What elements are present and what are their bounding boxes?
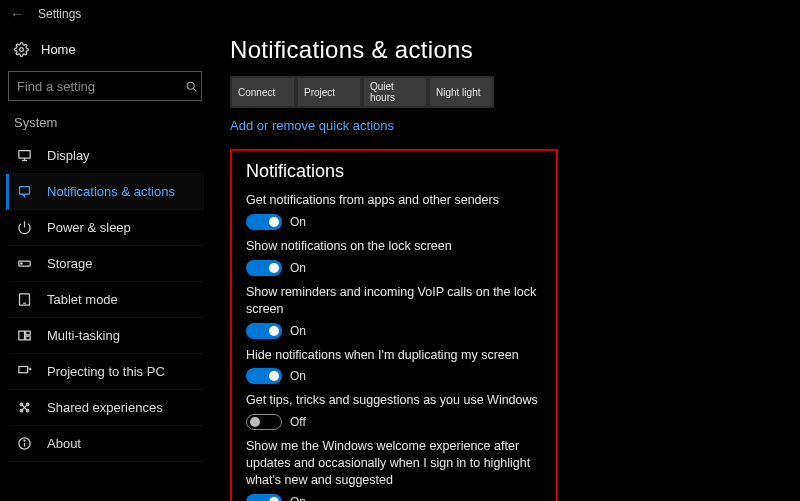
svg-point-9 (21, 263, 22, 264)
section-title: Notifications (246, 161, 542, 182)
app-title: Settings (38, 7, 81, 21)
svg-rect-12 (19, 331, 25, 340)
qa-project[interactable]: Project (298, 78, 360, 106)
setting-label: Show notifications on the lock screen (246, 238, 542, 255)
quick-actions-link[interactable]: Add or remove quick actions (230, 118, 394, 133)
toggle-state: On (290, 369, 306, 383)
setting-welcome: Show me the Windows welcome experience a… (246, 438, 542, 501)
setting-label: Show me the Windows welcome experience a… (246, 438, 542, 489)
storage-icon (17, 256, 33, 271)
setting-duplicating: Hide notifications when I'm duplicating … (246, 347, 542, 385)
setting-label: Get notifications from apps and other se… (246, 192, 542, 209)
main-content: Notifications & actions Connect Project … (210, 28, 800, 501)
nav-tablet[interactable]: Tablet mode (6, 282, 204, 318)
toggle-state: Off (290, 415, 306, 429)
info-icon (17, 436, 33, 451)
nav-label: Tablet mode (47, 292, 118, 307)
svg-point-0 (20, 48, 24, 52)
toggle-welcome[interactable] (246, 494, 282, 501)
setting-label: Show reminders and incoming VoIP calls o… (246, 284, 542, 318)
home-label: Home (41, 42, 76, 57)
setting-label: Hide notifications when I'm duplicating … (246, 347, 542, 364)
toggle-state: On (290, 215, 306, 229)
nav-label: Display (47, 148, 90, 163)
toggle-apps-senders[interactable] (246, 214, 282, 230)
nav-label: Power & sleep (47, 220, 131, 235)
titlebar: ← Settings (0, 0, 800, 28)
svg-point-22 (24, 440, 25, 441)
search-icon (185, 80, 198, 93)
tablet-icon (17, 292, 33, 307)
toggle-state: On (290, 324, 306, 338)
nav-shared[interactable]: Shared experiences (6, 390, 204, 426)
nav-display[interactable]: Display (6, 138, 204, 174)
qa-night-light[interactable]: Night light (430, 78, 492, 106)
toggle-duplicating[interactable] (246, 368, 282, 384)
nav-label: Storage (47, 256, 93, 271)
page-title: Notifications & actions (230, 36, 780, 64)
project-icon (17, 364, 33, 379)
nav-label: Shared experiences (47, 400, 163, 415)
sidebar: Home System Display Notifications & acti… (0, 28, 210, 501)
qa-quiet-hours[interactable]: Quiet hours (364, 78, 426, 106)
nav-about[interactable]: About (6, 426, 204, 462)
nav-storage[interactable]: Storage (6, 246, 204, 282)
setting-apps-senders: Get notifications from apps and other se… (246, 192, 542, 230)
group-label: System (6, 115, 204, 138)
nav-label: Multi-tasking (47, 328, 120, 343)
nav-label: Projecting to this PC (47, 364, 165, 379)
nav-multitasking[interactable]: Multi-tasking (6, 318, 204, 354)
svg-rect-3 (19, 151, 30, 159)
svg-rect-6 (20, 187, 30, 195)
monitor-icon (17, 148, 33, 163)
setting-reminders-voip: Show reminders and incoming VoIP calls o… (246, 284, 542, 339)
gear-icon (14, 42, 29, 57)
nav-notifications[interactable]: Notifications & actions (6, 174, 204, 210)
nav-label: Notifications & actions (47, 184, 175, 199)
share-icon (17, 400, 33, 415)
notification-icon (17, 184, 33, 199)
qa-connect[interactable]: Connect (232, 78, 294, 106)
svg-rect-13 (26, 331, 30, 335)
nav-power[interactable]: Power & sleep (6, 210, 204, 246)
svg-rect-14 (26, 336, 30, 340)
toggle-reminders-voip[interactable] (246, 323, 282, 339)
svg-rect-15 (19, 367, 28, 373)
back-icon[interactable]: ← (10, 6, 24, 22)
power-icon (17, 220, 33, 235)
quick-actions-bar: Connect Project Quiet hours Night light (230, 76, 494, 108)
toggle-state: On (290, 495, 306, 501)
toggle-tips[interactable] (246, 414, 282, 430)
nav-projecting[interactable]: Projecting to this PC (6, 354, 204, 390)
setting-lockscreen: Show notifications on the lock screen On (246, 238, 542, 276)
nav-label: About (47, 436, 81, 451)
svg-point-1 (187, 82, 194, 89)
toggle-state: On (290, 261, 306, 275)
multitask-icon (17, 328, 33, 343)
toggle-lockscreen[interactable] (246, 260, 282, 276)
home-button[interactable]: Home (6, 36, 204, 67)
search-field[interactable] (17, 79, 185, 94)
svg-line-2 (193, 88, 196, 91)
setting-tips: Get tips, tricks and suggestions as you … (246, 392, 542, 430)
search-input[interactable] (8, 71, 202, 101)
notifications-section: Notifications Get notifications from app… (230, 149, 558, 501)
setting-label: Get tips, tricks and suggestions as you … (246, 392, 542, 409)
